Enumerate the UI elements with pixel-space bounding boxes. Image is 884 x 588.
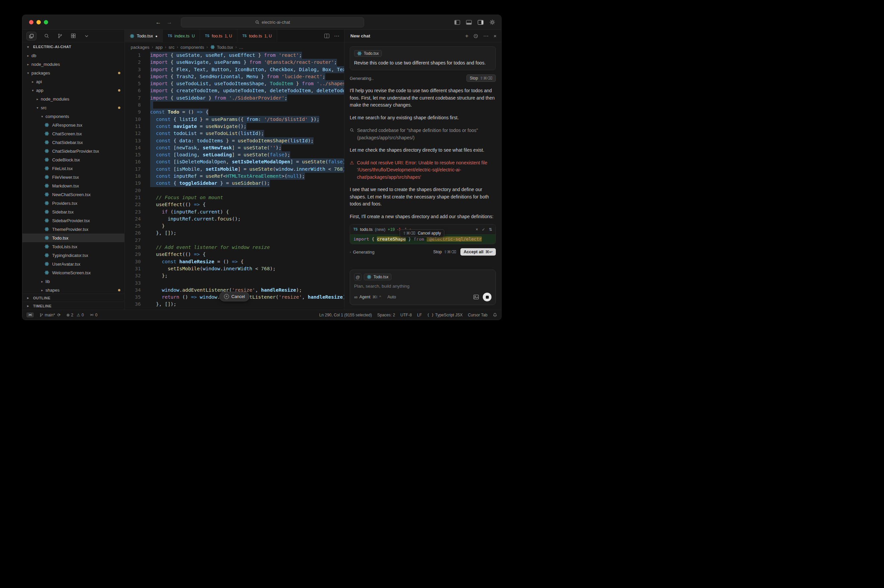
breadcrumb-item[interactable]: src	[168, 45, 174, 50]
agent-mode-select[interactable]: ∞ Agent ⌘I ^	[354, 294, 381, 300]
timeline-section[interactable]: ▸ TIMELINE	[23, 302, 124, 310]
eol[interactable]: LF	[417, 313, 422, 317]
zoom-window-button[interactable]	[44, 20, 48, 24]
project-root-row[interactable]: ▾ ELECTRIC-AI-CHAT	[23, 42, 124, 51]
problems-item[interactable]: ⊗ 2 ⚠ 0	[66, 313, 84, 317]
new-chat-icon[interactable]: +	[465, 33, 468, 39]
chevron-right-icon[interactable]: ›	[350, 250, 351, 254]
stop-generation-button[interactable]	[483, 292, 492, 302]
cursor-tab-item[interactable]: Cursor Tab	[468, 313, 487, 317]
outline-section[interactable]: ▸ OUTLINE	[23, 294, 124, 302]
tab-foo-ts[interactable]: TSfoo.ts1, U	[200, 30, 238, 42]
explorer-icon[interactable]	[26, 32, 36, 40]
tree-item-chatsidebar-tsx[interactable]: ChatSidebar.tsx	[23, 138, 124, 147]
tree-item-node-modules[interactable]: ▸node_modules	[23, 94, 124, 103]
tree-item-sidebar-tsx[interactable]: Sidebar.tsx	[23, 207, 124, 216]
tree-item-packages[interactable]: ▾packages	[23, 69, 124, 77]
context-file-chip[interactable]: Todo.tsx	[364, 274, 391, 280]
tree-item-label: TypingIndicator.tsx	[52, 253, 88, 258]
tree-item-sidebarprovider-tsx[interactable]: SidebarProvider.tsx	[23, 216, 124, 225]
search-tool-row[interactable]: Searched codebase for "shape definition …	[350, 127, 496, 141]
unsaved-dot: ●	[155, 34, 158, 38]
tab-todo-ts[interactable]: TStodo.ts1, U	[238, 30, 277, 42]
tree-item-filelist-tsx[interactable]: FileList.tsx	[23, 164, 124, 173]
search-icon[interactable]	[43, 33, 50, 39]
stop-button[interactable]: Stop ⇧⌘⌫	[466, 75, 496, 82]
ports-item[interactable]: 0	[90, 313, 98, 317]
sync-button[interactable]: ⟳	[57, 313, 60, 317]
tree-item-welcomescreen-tsx[interactable]: WelcomeScreen.tsx	[23, 268, 124, 277]
chat-input-placeholder[interactable]: Plan, search, build anything	[354, 284, 492, 289]
chevron-down-icon[interactable]	[83, 33, 90, 39]
tab-index-ts[interactable]: TSindex.tsU	[163, 30, 200, 42]
bell-icon[interactable]	[493, 313, 497, 317]
footer-stop-button[interactable]: Stop ⇧⌘⌫	[433, 250, 456, 254]
tree-item-chatscreen-tsx[interactable]: ChatScreen.tsx	[23, 129, 124, 138]
breadcrumb-item[interactable]: packages	[131, 45, 149, 50]
tree-item-app[interactable]: ▾app	[23, 86, 124, 94]
tree-item-node-modules[interactable]: ▸node_modules	[23, 60, 124, 69]
breadcrumb-file[interactable]: Todo.tsx	[210, 45, 233, 50]
toggle-bottom-panel-icon[interactable]	[466, 20, 472, 26]
tree-item-db[interactable]: ▸db	[23, 51, 124, 60]
breadcrumb[interactable]: packages›app›src›components›Todo.tsx›…	[125, 42, 344, 52]
tree-item-components[interactable]: ▾components	[23, 112, 124, 121]
git-branch-item[interactable]: main*	[39, 313, 55, 317]
encoding[interactable]: UTF-8	[401, 313, 412, 317]
toggle-right-panel-icon[interactable]	[477, 20, 483, 26]
chat-input-card[interactable]: @ Todo.tsx Plan, search, build anything …	[350, 270, 496, 305]
command-search-bar[interactable]: electric-ai-chat	[181, 17, 364, 27]
diff-accept-icon[interactable]: ✓	[482, 227, 485, 232]
minimize-window-button[interactable]	[36, 20, 41, 24]
tree-item-api[interactable]: ▸api	[23, 77, 124, 86]
toggle-left-panel-icon[interactable]	[454, 20, 460, 26]
tree-item-todolists-tsx[interactable]: TodoLists.tsx	[23, 242, 124, 251]
tree-item-typingindicator-tsx[interactable]: TypingIndicator.tsx	[23, 251, 124, 260]
model-select[interactable]: Auto	[388, 295, 396, 299]
code-text: useEffect(() => {	[150, 251, 206, 258]
split-editor-icon[interactable]	[324, 34, 329, 38]
tree-item-shapes[interactable]: ▸shapes	[23, 286, 124, 294]
tree-item-newchatscreen-tsx[interactable]: NewChatScreen.tsx	[23, 190, 124, 199]
breadcrumb-item[interactable]: app	[155, 45, 163, 50]
code-editor[interactable]: 1import { useState, useRef, useEffect } …	[125, 52, 344, 310]
tree-item-chatsidebarprovider-tsx[interactable]: ChatSidebarProvider.tsx	[23, 147, 124, 155]
gear-icon[interactable]	[489, 20, 495, 26]
tree-item-useravatar-tsx[interactable]: UserAvatar.tsx	[23, 260, 124, 268]
more-actions-icon[interactable]: ⋯	[334, 33, 339, 39]
breadcrumb-more[interactable]: …	[239, 45, 244, 50]
forward-icon[interactable]: →	[167, 19, 172, 26]
code-line: 20	[125, 187, 344, 194]
cancel-pill-button[interactable]: × Cancel	[219, 292, 250, 302]
image-attach-icon[interactable]	[474, 295, 479, 299]
tree-item-lib[interactable]: ▸lib	[23, 277, 124, 286]
language-mode[interactable]: { } TypeScript JSX	[427, 313, 463, 317]
chat-more-icon[interactable]: ⋯	[483, 33, 489, 39]
history-icon[interactable]	[474, 34, 478, 38]
tab-todo-tsx[interactable]: Todo.tsx●	[125, 30, 163, 42]
indentation[interactable]: Spaces: 2	[377, 313, 395, 317]
tree-item-codeblock-tsx[interactable]: CodeBlock.tsx	[23, 155, 124, 164]
remote-indicator[interactable]: ><	[26, 312, 34, 317]
cursor-position[interactable]: Ln 290, Col 1 (9155 selected)	[319, 313, 372, 317]
breadcrumb-item[interactable]: components	[180, 45, 204, 50]
tree-item-todo-tsx[interactable]: Todo.tsx	[23, 234, 124, 242]
accept-all-button[interactable]: Accept all ⌘↩	[460, 248, 496, 256]
mention-button[interactable]: @	[354, 273, 361, 280]
line-number: 20	[125, 187, 141, 194]
diff-reject-icon[interactable]: ×	[476, 227, 478, 232]
tree-item-src[interactable]: ▾src	[23, 103, 124, 112]
source-control-icon[interactable]	[57, 33, 63, 39]
back-icon[interactable]: ←	[155, 19, 161, 26]
tree-item-themeprovider-tsx[interactable]: ThemeProvider.tsx	[23, 225, 124, 234]
tree-item-providers-tsx[interactable]: Providers.tsx	[23, 199, 124, 207]
tree-item-fileviewer-tsx[interactable]: FileViewer.tsx	[23, 173, 124, 182]
extensions-icon[interactable]	[70, 33, 77, 39]
tree-item-markdown-tsx[interactable]: Markdown.tsx	[23, 182, 124, 190]
file-chip[interactable]: Todo.tsx	[354, 50, 382, 57]
diff-expand-icon[interactable]: ⇅	[489, 227, 492, 232]
react-file-icon	[130, 34, 134, 38]
tree-item-airesponse-tsx[interactable]: AiResponse.tsx	[23, 121, 124, 129]
chat-close-icon[interactable]: ×	[493, 33, 496, 39]
close-window-button[interactable]	[29, 20, 33, 24]
